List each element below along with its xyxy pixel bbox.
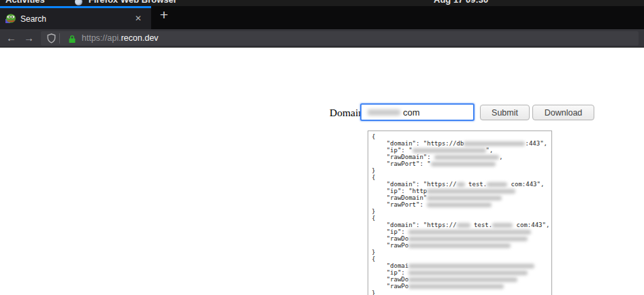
redacted-text xyxy=(434,155,499,160)
redacted-text xyxy=(427,189,515,194)
json-line: "rawDomain": , xyxy=(372,154,551,160)
json-line: "rawPort": " xyxy=(372,160,551,167)
redacted-text xyxy=(431,162,496,167)
url-domain: recon.dev xyxy=(121,33,159,43)
json-line: "ip": "", xyxy=(372,147,551,154)
json-line: "ip": xyxy=(372,269,551,276)
url-scheme-subdomain: https://api. xyxy=(82,33,121,43)
domain-input[interactable]: com xyxy=(360,103,474,121)
gnome-top-bar: Activities Firefox Web Browser Aug 17 09… xyxy=(0,0,644,6)
json-line: "rawPo xyxy=(372,283,551,290)
activities-button[interactable]: Activities xyxy=(5,0,45,5)
json-line: "rawDo xyxy=(372,235,551,242)
redacted-text xyxy=(408,284,504,289)
redacted-text xyxy=(492,223,513,228)
new-tab-button[interactable]: + xyxy=(155,7,173,23)
json-record: { "domain": "https:// test. com:443", "i… xyxy=(372,174,551,215)
redacted-text xyxy=(408,277,517,282)
redacted-text xyxy=(487,182,507,187)
submit-button[interactable]: Submit xyxy=(480,105,530,120)
tab-close-icon[interactable]: ✕ xyxy=(135,14,142,23)
json-record: { "domain": "https://db:443", "ip": "", … xyxy=(372,133,551,174)
clock[interactable]: Aug 17 09:30 xyxy=(434,0,488,5)
json-line: "ip": xyxy=(372,228,551,235)
json-output-box: { "domain": "https://db:443", "ip": "", … xyxy=(368,131,552,295)
pepe-favicon-icon xyxy=(5,13,16,24)
forward-button[interactable]: → xyxy=(24,32,34,44)
redacted-text xyxy=(427,196,502,201)
json-line: { xyxy=(372,256,551,262)
tracking-protection-shield-icon[interactable] xyxy=(47,33,56,46)
redacted-text xyxy=(457,182,465,187)
json-line: } xyxy=(372,290,551,295)
json-line: "domain": "https:// test. com:443", xyxy=(372,181,551,188)
json-line: "rawDo xyxy=(372,276,551,283)
back-button[interactable]: ← xyxy=(6,32,16,44)
tab-title: Search xyxy=(20,14,46,24)
page-content: Domain: com Submit Download { "domain": … xyxy=(0,48,644,295)
tab-search[interactable]: Search ✕ xyxy=(0,6,151,29)
redacted-text xyxy=(457,223,470,228)
navigation-bar: ← → https://api.recon.dev xyxy=(0,29,644,48)
json-line: } xyxy=(372,167,551,174)
json-line: { xyxy=(372,215,551,222)
url-text: https://api.recon.dev xyxy=(82,33,159,43)
window-title-menu[interactable]: Firefox Web Browser xyxy=(88,0,177,5)
json-record: { "domain": "https:// test. com:443", "i… xyxy=(372,215,551,256)
json-line: "domain": "https:// test. com:443", xyxy=(372,222,551,228)
json-line: { xyxy=(372,174,551,181)
redacted-text xyxy=(464,141,525,146)
redacted-text xyxy=(427,203,492,207)
json-line: { xyxy=(372,133,551,140)
redacted-text xyxy=(408,243,511,248)
url-bar[interactable]: https://api.recon.dev xyxy=(41,31,639,46)
firefox-app-icon xyxy=(75,0,82,5)
redacted-text xyxy=(408,237,528,241)
json-line: "ip": "http xyxy=(372,188,551,194)
json-line: "rawDomain" xyxy=(372,194,551,201)
download-button[interactable]: Download xyxy=(532,105,594,120)
redacted-text xyxy=(413,148,486,153)
json-line: } xyxy=(372,249,551,256)
redacted-text xyxy=(408,264,534,268)
json-output-pre: { "domain": "https://db:443", "ip": "", … xyxy=(368,131,551,295)
json-line: "domai xyxy=(372,262,551,269)
tab-bar: Search ✕ + xyxy=(0,6,644,29)
domain-input-visible-text: com xyxy=(403,107,420,118)
https-lock-icon[interactable] xyxy=(68,34,76,46)
redacted-text xyxy=(408,271,528,275)
json-record: { "domai "ip": "rawDo "rawPo} xyxy=(372,256,551,295)
redacted-input-text xyxy=(368,109,400,116)
json-line: "domain": "https://db:443", xyxy=(372,140,551,147)
url-separator xyxy=(59,33,60,44)
redacted-text xyxy=(408,230,531,235)
json-line: } xyxy=(372,208,551,215)
json-line: "rawPo xyxy=(372,242,551,249)
json-line: "rawPort": xyxy=(372,201,551,208)
